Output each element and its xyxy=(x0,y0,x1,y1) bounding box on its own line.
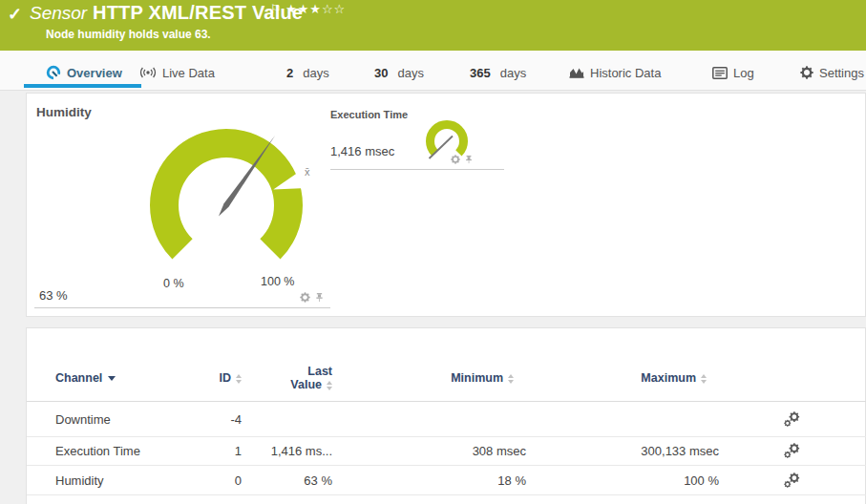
column-header-last-label: Last xyxy=(242,365,332,378)
priority-stars[interactable]: ★★★☆☆ xyxy=(285,2,346,16)
tab-strip: Overview Live Data 2 days 30 days 365 da… xyxy=(0,51,866,91)
tab-30-days-label: days xyxy=(397,66,423,80)
channel-settings-icon[interactable] xyxy=(784,443,800,459)
tab-30-days-number: 30 xyxy=(374,66,388,80)
table-row-humidity: Humidity 0 63 % 18 % 100 % xyxy=(27,466,866,495)
column-header-maximum[interactable]: Maximum xyxy=(526,371,719,385)
channel-settings-icon[interactable] xyxy=(784,411,800,428)
sort-caret-down-icon xyxy=(108,376,116,381)
sensor-status-message: Node humidity holds value 63. xyxy=(46,28,211,41)
execution-time-gauge-title: Execution Time xyxy=(330,109,408,120)
tab-30-days[interactable]: 30 days xyxy=(374,63,424,82)
sort-arrows-icon xyxy=(701,374,707,384)
channel-name: Downtime xyxy=(55,412,203,427)
tab-settings[interactable]: Settings xyxy=(800,63,864,82)
tab-settings-label: Settings xyxy=(819,66,864,80)
channel-id: 1 xyxy=(203,444,242,458)
channel-last-value: 1,416 ms... xyxy=(242,444,332,458)
tab-365-days-number: 365 xyxy=(470,66,491,80)
mean-marker-label: x̄ xyxy=(305,166,310,178)
table-row-downtime: Downtime -4 xyxy=(27,402,866,437)
channel-name: Humidity xyxy=(55,473,203,488)
stars-filled[interactable]: ★★★ xyxy=(285,2,322,16)
channel-name: Execution Time xyxy=(55,444,203,458)
column-header-maximum-label: Maximum xyxy=(641,371,696,385)
gauge-scale-max: 100 % xyxy=(261,275,294,288)
tab-historic-data-label: Historic Data xyxy=(590,66,661,80)
channel-id: 0 xyxy=(203,473,242,488)
tab-live-data-label: Live Data xyxy=(162,66,215,80)
tab-historic-data[interactable]: Historic Data xyxy=(569,63,661,82)
execution-panel-controls xyxy=(451,155,474,164)
channel-id: -4 xyxy=(203,412,242,427)
execution-time-current-value: 1,416 msec xyxy=(330,144,394,158)
pin-icon[interactable] xyxy=(314,292,325,303)
prtg-sensor-page: ✓ Sensor HTTP XML/REST Value ⚐ ★★★☆☆ Nod… xyxy=(0,0,866,504)
column-header-channel-label: Channel xyxy=(55,371,102,385)
humidity-panel-divider xyxy=(34,307,330,308)
tab-log-label: Log xyxy=(733,66,754,80)
gear-icon xyxy=(800,66,813,79)
column-header-id-label: ID xyxy=(220,371,232,385)
column-header-minimum-label: Minimum xyxy=(451,371,503,385)
active-tab-underline xyxy=(24,84,141,88)
table-body: Downtime -4 Execution Time 1 1,416 ms...… xyxy=(27,402,866,495)
tab-2-days-label: days xyxy=(303,66,328,80)
tab-2-days-number: 2 xyxy=(286,66,293,80)
column-header-id[interactable]: ID xyxy=(203,371,242,385)
tab-live-data[interactable]: Live Data xyxy=(139,63,215,82)
status-ok-check-icon: ✓ xyxy=(8,4,22,25)
channel-minimum: 18 % xyxy=(332,473,526,488)
tab-365-days[interactable]: 365 days xyxy=(470,63,526,82)
area-chart-icon xyxy=(569,66,584,79)
humidity-gauge-title: Humidity xyxy=(36,105,92,119)
gauge-scale-min: 0 % xyxy=(163,277,184,290)
channel-minimum: 308 msec xyxy=(332,444,526,458)
gear-icon[interactable] xyxy=(451,155,460,164)
channel-last-value: 63 % xyxy=(242,473,332,488)
channels-table-panel: Channel ID Last Value Minimum Maximum Do… xyxy=(26,327,866,504)
table-header-row: Channel ID Last Value Minimum Maximum xyxy=(27,355,866,402)
tab-overview[interactable]: Overview xyxy=(46,63,122,82)
tab-2-days[interactable]: 2 days xyxy=(286,63,329,82)
column-header-minimum[interactable]: Minimum xyxy=(332,371,526,385)
humidity-gauge xyxy=(136,115,317,286)
sort-arrows-icon xyxy=(508,374,514,384)
pin-icon[interactable] xyxy=(464,155,474,164)
column-header-last-value[interactable]: Last Value xyxy=(242,365,332,391)
list-icon xyxy=(712,67,728,79)
gear-icon[interactable] xyxy=(300,292,310,303)
overview-gauges-panel: Humidity x̄ 0 % 100 % 63 % Execution Tim… xyxy=(26,93,866,317)
table-row-execution-time: Execution Time 1 1,416 ms... 308 msec 30… xyxy=(27,437,866,466)
object-kind-label: Sensor xyxy=(30,3,87,24)
tab-overview-label: Overview xyxy=(67,66,122,80)
tab-log[interactable]: Log xyxy=(712,63,754,82)
humidity-current-value: 63 % xyxy=(39,288,68,303)
channel-settings-icon[interactable] xyxy=(784,472,800,489)
tab-365-days-label: days xyxy=(500,66,526,80)
execution-panel-divider xyxy=(330,169,504,170)
column-header-channel[interactable]: Channel xyxy=(55,371,203,385)
priority-flag-icon[interactable]: ⚐ xyxy=(270,2,282,16)
gauge-icon xyxy=(46,65,61,80)
humidity-panel-controls xyxy=(300,292,325,303)
broadcast-icon xyxy=(139,66,157,79)
sensor-titlebar: ✓ Sensor HTTP XML/REST Value ⚐ ★★★☆☆ Nod… xyxy=(0,0,866,51)
column-header-value-label: Value xyxy=(290,378,322,391)
channel-maximum: 100 % xyxy=(526,473,719,488)
channel-maximum: 300,133 msec xyxy=(526,444,719,458)
stars-empty[interactable]: ☆☆ xyxy=(322,2,346,16)
